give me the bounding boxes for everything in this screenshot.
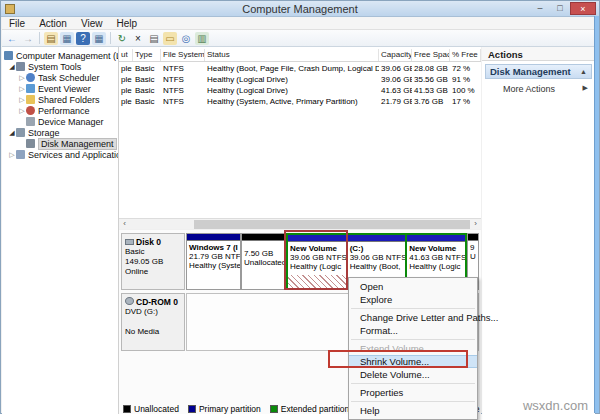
computer-icon bbox=[4, 51, 13, 60]
close-button[interactable]: × bbox=[570, 2, 596, 15]
disk0-type: Basic bbox=[125, 247, 182, 257]
more-actions-item[interactable]: More Actions ▶ bbox=[485, 84, 592, 94]
tree-item-event-viewer[interactable]: ▷ Event Viewer bbox=[2, 83, 118, 94]
volume-row-c[interactable]: ple Basic NTFS Healthy (Boot, Page File,… bbox=[119, 64, 481, 75]
console-window-icon[interactable]: ▦ bbox=[60, 32, 74, 45]
toolbar: ← → ▤ ▦ ? ▦ ↻ × ▤ ▭ ◎ ▥ bbox=[2, 30, 598, 47]
expander-icon[interactable]: ▷ bbox=[18, 96, 26, 104]
tree-item-shared-folders[interactable]: ▷ Shared Folders bbox=[2, 94, 118, 105]
volume-row-new-volume-1[interactable]: ple Basic NTFS Healthy (Logical Drive) 3… bbox=[119, 75, 481, 86]
delete-icon[interactable]: × bbox=[131, 32, 145, 45]
column-percent-free[interactable]: % Free bbox=[450, 49, 481, 61]
services-icon bbox=[16, 150, 25, 159]
event-viewer-icon bbox=[26, 84, 35, 93]
expander-icon[interactable]: ◢ bbox=[8, 63, 16, 71]
legend-unallocated: Unallocated bbox=[123, 404, 179, 414]
tree-item-system-tools[interactable]: ◢ System Tools bbox=[2, 61, 118, 72]
primary-partition-color-bar bbox=[187, 234, 240, 241]
settings-icon[interactable]: ▥ bbox=[195, 32, 209, 45]
device-manager-icon bbox=[26, 117, 35, 126]
help-icon[interactable]: ? bbox=[76, 32, 90, 45]
toolbar-separator bbox=[110, 32, 111, 44]
refresh-icon[interactable]: ↻ bbox=[115, 32, 129, 45]
properties-icon[interactable]: ▤ bbox=[147, 32, 161, 45]
app-icon bbox=[5, 4, 15, 14]
minimize-button[interactable]: – bbox=[530, 2, 550, 15]
tree-item-computer-management[interactable]: Computer Management (Local bbox=[2, 50, 118, 61]
menu-item-help[interactable]: Help bbox=[349, 404, 477, 417]
menu-item-open[interactable]: Open bbox=[349, 280, 477, 293]
disk0-label[interactable]: Disk 0 Basic 149.05 GB Online bbox=[121, 233, 185, 290]
menu-separator bbox=[351, 339, 475, 340]
volume-row-new-volume-2[interactable]: ple Basic NTFS Healthy (Logical Drive) 4… bbox=[119, 86, 481, 97]
shared-folders-icon bbox=[26, 95, 35, 104]
annotation-selected-partition bbox=[284, 230, 348, 290]
forward-icon[interactable]: → bbox=[21, 32, 35, 45]
disk-management-icon bbox=[26, 139, 35, 148]
volume-list: ut Type File System Status Capacity Free… bbox=[119, 47, 481, 229]
console-window-2-icon[interactable]: ▦ bbox=[92, 32, 106, 45]
scroll-right-icon[interactable]: › bbox=[470, 219, 481, 229]
logical-drive-color-bar bbox=[407, 235, 465, 242]
cdrom-label[interactable]: CD-ROM 0 DVD (G:) No Media bbox=[121, 293, 185, 351]
menu-item-change-drive-letter[interactable]: Change Drive Letter and Paths... bbox=[349, 311, 477, 324]
watermark: wsxdn.com bbox=[523, 398, 588, 413]
actions-disk-management-header[interactable]: Disk Management ▲ bbox=[485, 64, 592, 79]
horizontal-scrollbar[interactable]: ‹ › bbox=[119, 218, 481, 229]
annotation-shrink-volume bbox=[328, 350, 468, 368]
logical-drive-color-bar bbox=[348, 235, 406, 242]
menu-separator bbox=[351, 383, 475, 384]
storage-icon bbox=[16, 128, 25, 137]
cdrom-status: No Media bbox=[125, 327, 182, 337]
menu-item-explore[interactable]: Explore bbox=[349, 293, 477, 306]
find-icon[interactable]: ◎ bbox=[179, 32, 193, 45]
back-icon[interactable]: ← bbox=[5, 32, 19, 45]
tree-item-services-and-applications[interactable]: ▷ Services and Applications bbox=[2, 149, 118, 160]
column-free-space[interactable]: Free Space bbox=[412, 49, 450, 61]
expander-icon[interactable]: ▷ bbox=[18, 74, 26, 82]
disk0-status: Online bbox=[125, 267, 182, 277]
tree-item-disk-management[interactable]: Disk Management bbox=[2, 138, 118, 149]
column-status[interactable]: Status bbox=[205, 49, 379, 61]
column-capacity[interactable]: Capacity bbox=[379, 49, 412, 61]
cdrom-icon bbox=[125, 297, 134, 305]
chevron-right-icon: ▶ bbox=[583, 84, 588, 94]
tree-item-storage[interactable]: ◢ Storage bbox=[2, 127, 118, 138]
expander-icon[interactable]: ▷ bbox=[8, 151, 16, 159]
menu-help[interactable]: Help bbox=[109, 18, 144, 29]
volume-row-windows7[interactable]: ple Basic NTFS Healthy (System, Active, … bbox=[119, 97, 481, 108]
screenshot-root: Computer Management – □ × File Action Vi… bbox=[0, 0, 600, 420]
menu-item-delete-volume[interactable]: Delete Volume... bbox=[349, 368, 477, 381]
menu-view[interactable]: View bbox=[74, 18, 110, 29]
console-tree-panel: Computer Management (Local ◢ System Tool… bbox=[2, 47, 119, 414]
collapse-icon[interactable]: ▲ bbox=[580, 68, 587, 75]
menu-action[interactable]: Action bbox=[32, 18, 74, 29]
system-tools-icon bbox=[16, 62, 25, 71]
actions-panel: Actions Disk Management ▲ More Actions ▶ bbox=[482, 47, 595, 414]
scroll-left-icon[interactable]: ‹ bbox=[119, 219, 130, 229]
cdrom-type: DVD (G:) bbox=[125, 307, 182, 317]
performance-icon bbox=[26, 106, 35, 115]
partition-windows7[interactable]: Windows 7 (I 21.79 GB NTFS Healthy (Syst… bbox=[186, 233, 241, 290]
open-folder-icon[interactable]: ▭ bbox=[163, 32, 177, 45]
expander-icon[interactable]: ▷ bbox=[18, 107, 26, 115]
export-list-icon[interactable]: ▤ bbox=[44, 32, 58, 45]
tree-item-task-scheduler[interactable]: ▷ Task Scheduler bbox=[2, 72, 118, 83]
menu-item-format[interactable]: Format... bbox=[349, 324, 477, 337]
tree-item-device-manager[interactable]: Device Manager bbox=[2, 116, 118, 127]
partition-unallocated-7-50[interactable]: 7.50 GB Unallocated bbox=[241, 233, 286, 290]
menu-file[interactable]: File bbox=[2, 18, 32, 29]
column-layout[interactable]: ut bbox=[119, 49, 133, 61]
unallocated-color-bar bbox=[468, 234, 478, 241]
tree-item-performance[interactable]: ▷ Performance bbox=[2, 105, 118, 116]
scrollbar-thumb[interactable] bbox=[194, 220, 470, 229]
expander-icon[interactable]: ▷ bbox=[18, 85, 26, 93]
maximize-button[interactable]: □ bbox=[550, 2, 570, 15]
column-type[interactable]: Type bbox=[133, 49, 161, 61]
expander-icon[interactable]: ◢ bbox=[8, 129, 16, 137]
legend-swatch-unallocated bbox=[123, 405, 131, 413]
title-bar: Computer Management – □ × bbox=[1, 1, 599, 17]
task-scheduler-icon bbox=[26, 73, 35, 82]
column-file-system[interactable]: File System bbox=[161, 49, 205, 61]
menu-item-properties[interactable]: Properties bbox=[349, 386, 477, 399]
